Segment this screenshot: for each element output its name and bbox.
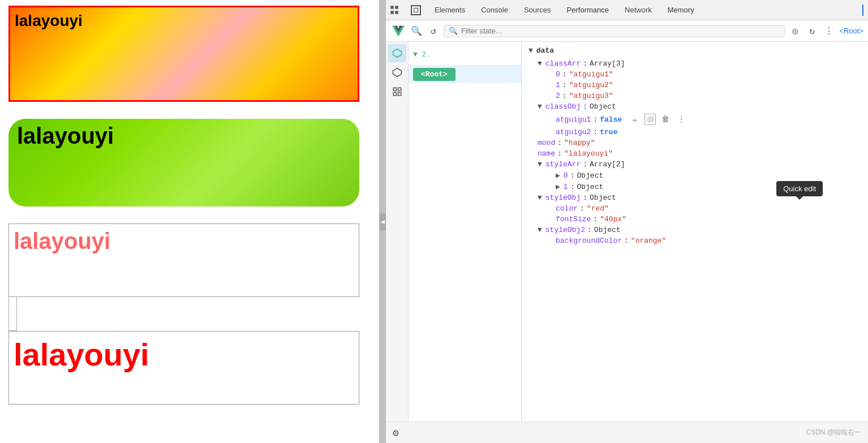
- components-icon-btn[interactable]: [388, 44, 406, 62]
- devtools-content: ▼ 2. <Root> Quick edit ▼ data ▼ classArr…: [386, 42, 868, 422]
- styleObj2-items: backgroundColor : "orange": [538, 235, 861, 246]
- search-icon[interactable]: 🔍: [410, 24, 423, 38]
- styleObj2-bg: backgroundColor : "orange": [556, 235, 861, 246]
- styleObj-header[interactable]: ▼ styleObj : Object: [538, 192, 861, 203]
- svg-rect-5: [393, 93, 396, 96]
- styleArr-item-1[interactable]: ▶ 1 : Object: [556, 181, 861, 192]
- refresh-icon[interactable]: ↺: [427, 24, 440, 38]
- styleArr-expand-icon: ▼: [538, 160, 542, 169]
- panel-divider: ◀: [379, 0, 386, 443]
- box5-text: lalayouyi: [14, 336, 149, 373]
- left-icon-bar: [386, 42, 409, 422]
- box5-red: lalayouyi: [8, 331, 359, 405]
- classArr-item-2: 2 : "atguigu3": [556, 91, 861, 101]
- classObj-atguigu2: atguigu2 : true: [556, 127, 861, 137]
- vuex-icon-btn[interactable]: [388, 63, 406, 81]
- more-icon[interactable]: ⋮: [822, 24, 836, 38]
- tree-root-item[interactable]: <Root>: [409, 66, 521, 83]
- router-icon-btn[interactable]: [388, 83, 406, 101]
- collapse-arrow[interactable]: ◀: [379, 213, 386, 230]
- svg-marker-0: [393, 49, 401, 58]
- name-row: name : "lalayouyi": [528, 148, 861, 159]
- vue-logo: [390, 23, 406, 39]
- styleArr-item-0[interactable]: ▶ 0 : Object: [556, 170, 861, 181]
- delete-icon[interactable]: 🗑: [659, 113, 672, 126]
- breadcrumb: <Root>: [839, 27, 863, 35]
- box4-handle: [8, 297, 17, 331]
- styleObj-color: color : "red": [556, 203, 861, 214]
- more-options-icon[interactable]: ⋮: [675, 113, 687, 126]
- edit-icon[interactable]: ✏: [629, 113, 641, 126]
- tab-memory[interactable]: Memory: [665, 5, 697, 15]
- tree-toolbar: ▼ 2.: [409, 44, 521, 66]
- box3-white: lalayouyi: [8, 223, 359, 297]
- classArr-expand-icon: ▼: [538, 59, 542, 68]
- styleObj-items: color : "red" fontSize : "40px": [538, 203, 861, 225]
- classObj-header[interactable]: ▼ classObj : Object: [538, 101, 861, 112]
- devtools-panel: Elements Console Sources Performance Net…: [386, 0, 868, 443]
- box2-green: lalayouyi: [8, 119, 359, 207]
- classObj-type: Object: [590, 102, 616, 111]
- csdn-watermark: CSDN @啦啦右一: [806, 428, 861, 437]
- triangle-down-icon: ▼: [528, 46, 533, 55]
- tab-performance[interactable]: Performance: [565, 5, 611, 15]
- classArr-header[interactable]: ▼ classArr : Array[3]: [538, 58, 861, 69]
- action-icons-row: ✏ ⬜ 🗑 ⋮: [629, 113, 687, 126]
- reload-icon[interactable]: ↻: [805, 24, 819, 38]
- settings-gear-icon[interactable]: ⚙: [393, 427, 399, 439]
- classObj-items: atguigu1 : false ✏ ⬜ 🗑 ⋮ atguigu2: [538, 112, 861, 137]
- tree-vue-label: ▼ 2.: [413, 50, 431, 59]
- styleArr-header[interactable]: ▼ styleArr : Array[2]: [538, 159, 861, 170]
- device-icon[interactable]: [411, 5, 421, 15]
- left-panel: lalayouyi lalayouyi lalayouyi lalayouyi: [0, 0, 379, 443]
- classObj-atguigu1: atguigu1 : false ✏ ⬜ 🗑 ⋮: [556, 112, 861, 127]
- styleObj-fontSize: fontSize : "40px": [556, 214, 861, 225]
- box2-text: lalayouyi: [17, 123, 114, 149]
- box1-text: lalayouyi: [15, 12, 83, 30]
- copy-icon[interactable]: ⬜: [644, 114, 656, 125]
- svg-rect-3: [398, 88, 401, 91]
- vue-devtools-toolbar: 🔍 ↺ 🔍 ◎ ↻ ⋮ <Root>: [386, 20, 868, 42]
- svg-rect-4: [398, 93, 401, 96]
- tab-sources[interactable]: Sources: [522, 5, 553, 15]
- classArr-items: 0 : "atguigu1" 1 : "atguigu2" 2 : "atgui…: [538, 69, 861, 101]
- classArr-type: Array[3]: [590, 59, 625, 68]
- filter-input[interactable]: [461, 27, 780, 35]
- styleObj2-section: ▼ styleObj2 : Object backgroundColor : "…: [528, 225, 861, 246]
- styleObj2-expand-icon: ▼: [538, 226, 542, 234]
- classArr-item-1: 1 : "atguigu2": [556, 80, 861, 91]
- tab-network[interactable]: Network: [622, 5, 654, 15]
- mood-row: mood : "happy": [528, 137, 861, 148]
- breadcrumb-root: <Root>: [839, 27, 863, 35]
- root-button[interactable]: <Root>: [413, 68, 456, 81]
- box1-gradient: lalayouyi: [8, 6, 359, 102]
- classObj-expand-icon: ▼: [538, 102, 542, 111]
- tab-elements[interactable]: Elements: [432, 5, 467, 15]
- classArr-item-0: 0 : "atguigu1": [556, 69, 861, 80]
- filter-search-icon: 🔍: [449, 27, 458, 36]
- classArr-key: classArr: [545, 59, 581, 68]
- tab-console[interactable]: Console: [479, 5, 510, 15]
- styleObj-section: ▼ styleObj : Object color : "red" fontSi…: [528, 192, 861, 225]
- box3-text: lalayouyi: [14, 229, 110, 254]
- devtools-bottombar: ⚙ CSDN @啦啦右一: [386, 422, 868, 443]
- data-label: data: [536, 46, 554, 55]
- styleArr-section: ▼ styleArr : Array[2] ▶ 0 : Object ▶ 1: [528, 159, 861, 192]
- tab-separator: [862, 5, 863, 16]
- classObj-key: classObj: [545, 102, 581, 111]
- target-icon[interactable]: ◎: [788, 24, 802, 38]
- component-tree: ▼ 2. <Root>: [409, 42, 522, 422]
- devtools-tabs: Elements Console Sources Performance Net…: [386, 0, 868, 20]
- styleObj-expand-icon: ▼: [538, 193, 542, 202]
- styleArr-items: ▶ 0 : Object ▶ 1 : Object: [538, 170, 861, 192]
- data-section-label: ▼ data: [528, 46, 861, 55]
- svg-marker-1: [393, 68, 401, 77]
- grid-icon[interactable]: [390, 6, 399, 15]
- svg-rect-2: [393, 88, 396, 91]
- classObj-section: ▼ classObj : Object atguigu1 : false ✏ ⬜: [528, 101, 861, 137]
- styleObj2-header[interactable]: ▼ styleObj2 : Object: [538, 225, 861, 235]
- classArr-section: ▼ classArr : Array[3] 0 : "atguigu1" 1 :…: [528, 58, 861, 101]
- data-inspector: Quick edit ▼ data ▼ classArr : Array[3] …: [522, 42, 868, 422]
- filter-box: 🔍: [444, 25, 785, 37]
